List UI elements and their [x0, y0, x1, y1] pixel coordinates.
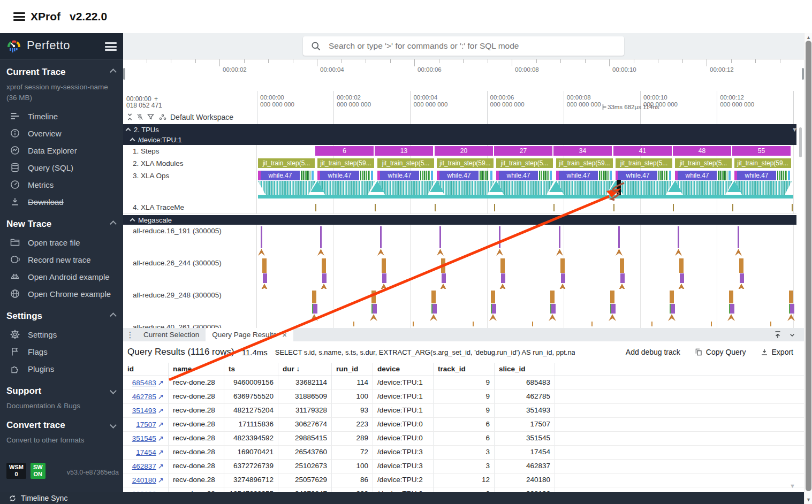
slice-id-link[interactable]: 17454 — [136, 448, 156, 456]
ops-dense-area[interactable] — [616, 181, 673, 195]
traceme-tick[interactable] — [732, 204, 733, 211]
slice-id-link[interactable]: 351493 — [132, 407, 156, 415]
step-slice[interactable]: 34 — [553, 146, 612, 156]
track-label[interactable]: 1. Steps — [123, 145, 257, 157]
table-row[interactable]: 351545↗recv-done.28482339459229885415289… — [123, 432, 804, 446]
slice-id-link[interactable]: 685483 — [132, 379, 156, 387]
xla-module-slice[interactable]: jit_train_step(5... — [616, 158, 673, 168]
sidebar-item-data-explorer[interactable]: Data Explorer — [6, 142, 117, 159]
op-slice-cluster[interactable] — [360, 171, 370, 180]
ops-dense-area[interactable] — [317, 181, 375, 195]
sidebar-item-metrics[interactable]: Metrics — [6, 176, 117, 193]
op-slice-small[interactable] — [431, 171, 433, 180]
ops-dense-area[interactable] — [675, 181, 733, 195]
track-label[interactable]: all-reduce.26_244 (300005) — [133, 259, 222, 267]
table-row[interactable]: 17454↗recv-done.281690704212654376072/de… — [123, 446, 804, 460]
xla-module-slice[interactable]: jit_train_step(5... — [496, 158, 554, 168]
op-slice-cluster[interactable] — [539, 171, 549, 180]
slice-id-link[interactable]: 462837 — [132, 462, 156, 470]
cell-id[interactable]: 908196↗ — [123, 487, 169, 492]
search-input[interactable] — [328, 41, 624, 51]
while-slice[interactable]: while.47 — [320, 171, 359, 180]
timeline-scroll-gutter[interactable] — [796, 124, 804, 328]
op-slice-small[interactable] — [728, 171, 731, 180]
external-link-icon[interactable]: ↗ — [158, 379, 164, 387]
column-header-run_id[interactable]: run_id — [332, 363, 373, 376]
while-slice[interactable]: while.47 — [737, 171, 776, 180]
dock-to-top-icon[interactable] — [773, 330, 783, 340]
track-label[interactable]: 4. XLA TraceMe — [123, 201, 257, 213]
sidebar-item-flags[interactable]: Flags — [6, 343, 117, 360]
table-row[interactable]: 351493↗recv-done.2848212752043117932893/… — [123, 404, 804, 418]
sidebar-item-query-sql-[interactable]: Query (SQL) — [6, 159, 117, 176]
column-header-dur[interactable]: dur ↓ — [278, 363, 332, 376]
group-header-tpus[interactable]: 2. TPUs — [123, 124, 800, 135]
external-link-icon[interactable]: ↗ — [158, 434, 164, 442]
tab-menu-icon[interactable]: ⋮ — [123, 328, 137, 341]
op-slice-small[interactable] — [669, 171, 671, 180]
external-link-icon[interactable]: ↗ — [158, 421, 164, 429]
while-slice[interactable]: while.47 — [499, 171, 538, 180]
column-header-name[interactable]: name — [169, 363, 224, 376]
cell-id[interactable]: 462837↗ — [123, 460, 169, 473]
traceme-tick[interactable] — [494, 204, 495, 211]
section-title[interactable]: Support — [6, 386, 117, 396]
xla-module-slice[interactable]: jit_train_step(59... — [734, 158, 792, 168]
xla-module-slice[interactable]: jit_train_step(59... — [556, 158, 614, 168]
track-label[interactable]: all-reduce.16_191 (300005) — [133, 227, 222, 235]
track-label[interactable]: 3. XLA Ops — [123, 170, 257, 201]
sidebar-item-plugins[interactable]: Plugins — [6, 360, 117, 377]
ops-dense-area[interactable] — [496, 181, 554, 195]
ops-dense-area[interactable] — [734, 181, 792, 195]
step-slice[interactable]: 6 — [315, 146, 374, 156]
traceme-tick[interactable] — [375, 204, 376, 211]
search-box[interactable] — [303, 36, 624, 56]
xla-module-slice[interactable]: jit_train_step(59... — [437, 158, 495, 168]
export-button[interactable]: Export — [760, 348, 793, 356]
op-slice-cluster[interactable] — [777, 171, 787, 180]
while-slice[interactable]: while.47 — [559, 171, 598, 180]
op-slice-small[interactable] — [371, 171, 373, 180]
op-slice-cluster[interactable] — [480, 171, 489, 180]
traceme-tick[interactable] — [553, 204, 555, 211]
traceme-tick[interactable] — [435, 204, 436, 211]
op-slice-cluster[interactable] — [658, 171, 668, 180]
scroll-up-icon[interactable]: ▲ — [805, 35, 812, 40]
group-header-device-tpu1[interactable]: /device:TPU:1 — [123, 135, 804, 145]
op-slice-small[interactable] — [312, 171, 314, 180]
table-row[interactable]: 462785↗recv-done.28636975552031886509100… — [123, 390, 804, 404]
table-row[interactable]: 908196↗recv-done.28125476229552467084739… — [123, 487, 804, 492]
op-slice-cluster[interactable] — [301, 171, 310, 180]
sidebar-item-overview[interactable]: Overview — [6, 125, 117, 142]
sidebar-item-download[interactable]: Download — [6, 193, 117, 210]
while-slice[interactable]: while.47 — [678, 171, 717, 180]
column-header-track_id[interactable]: track_id — [434, 363, 495, 376]
collapse-tracks-icon[interactable] — [126, 113, 134, 121]
tab-current-selection[interactable]: Current Selection — [137, 328, 206, 341]
external-link-icon[interactable]: ↗ — [158, 448, 164, 456]
slice-id-link[interactable]: 17507 — [136, 421, 156, 429]
op-slice-cluster[interactable] — [599, 171, 609, 180]
workspace-icon[interactable] — [158, 113, 167, 121]
section-title[interactable]: New Trace — [6, 219, 117, 230]
filter-icon[interactable] — [147, 113, 155, 121]
cell-id[interactable]: 17454↗ — [123, 446, 169, 459]
op-slice-small[interactable] — [490, 171, 492, 180]
overview-minimap[interactable]: 00:00:0200:00:0400:00:0600:00:0800:00:10… — [123, 59, 804, 91]
workspace-name[interactable]: Default Workspace — [170, 113, 233, 121]
slice-id-link[interactable]: 240180 — [132, 476, 156, 484]
cell-id[interactable]: 240180↗ — [123, 474, 169, 487]
cell-id[interactable]: 351545↗ — [123, 432, 169, 445]
scroll-down-icon[interactable]: ▼ — [805, 497, 812, 502]
add-debug-track-button[interactable]: Add debug track — [626, 348, 680, 356]
track-label[interactable]: 2. XLA Modules — [123, 157, 257, 170]
xla-module-slice[interactable]: jit_train_step(5... — [377, 158, 435, 168]
close-icon[interactable]: × — [282, 330, 287, 339]
while-slice[interactable]: while.47 — [439, 171, 479, 180]
traceme-tick[interactable] — [613, 204, 614, 211]
external-link-icon[interactable]: ↗ — [158, 462, 164, 470]
sidebar-item-open-trace-file[interactable]: Open trace file — [6, 234, 117, 251]
column-header-device[interactable]: device — [373, 363, 434, 376]
op-slice-small[interactable] — [610, 171, 612, 180]
op-slice-small[interactable] — [550, 171, 552, 180]
